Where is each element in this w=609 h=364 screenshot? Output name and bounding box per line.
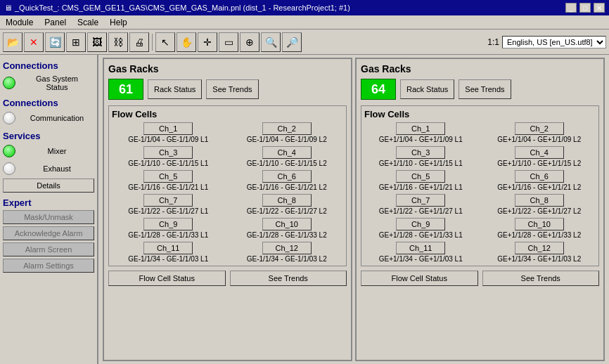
mixer-led [3,145,15,157]
rack-2-number: 64 [361,79,396,100]
rack2-footer-see-trends-button[interactable]: See Trends [482,271,600,286]
rack1-footer-see-trends-button[interactable]: See Trends [230,271,347,286]
rack1-ch6-button[interactable]: Ch_6 [262,170,312,183]
rack-2-status-button[interactable]: Rack Status [400,79,454,99]
rack1-ch5-button[interactable]: Ch_5 [143,170,193,183]
rack-panel-2: Gas Racks 64 Rack Status See Trends Flow… [355,58,605,361]
zoom-level: 1:1 [487,37,499,47]
list-item: Ch_9 GE+1/1/28 - GE+1/1/33 L1 [364,218,477,239]
rack2-ch9-button[interactable]: Ch_9 [396,218,445,230]
rack1-ch4-label: GE-1/1/10 - GE-1/1/15 L2 [247,160,327,167]
grab-button[interactable]: ✋ [177,32,196,52]
rack1-ch11-button[interactable]: Ch_11 [143,242,193,254]
rack2-ch9-label: GE+1/1/28 - GE+1/1/33 L1 [379,231,463,239]
rack2-flow-cell-status-button[interactable]: Flow Cell Status [361,271,478,286]
rack1-ch2-button[interactable]: Ch_2 [262,122,312,135]
rack2-ch1-button[interactable]: Ch_1 [396,122,445,135]
rack1-ch7-button[interactable]: Ch_7 [143,194,193,207]
rack1-ch2-label: GE-1/1/04 - GE-1/1/09 L2 [247,136,327,143]
list-item: Ch_4 GE-1/1/10 - GE-1/1/15 L2 [231,146,344,167]
language-select[interactable]: English, US [en_US.utf8] [502,36,606,48]
add-button[interactable]: ⊕ [240,32,259,52]
rack-1-title: Gas Racks [108,63,347,74]
rack-1-status-button[interactable]: Rack Status [148,79,202,99]
zoom-out-button[interactable]: 🔎 [282,32,302,52]
main-area: Connections Gas SystemStatus Connections… [0,55,609,364]
rack2-ch10-button[interactable]: Ch_10 [515,218,564,230]
list-item: Ch_1 GE+1/1/04 - GE+1/1/09 L1 [364,122,477,143]
rack2-ch3-button[interactable]: Ch_3 [396,146,445,159]
menu-bar: Module Panel Scale Help [0,15,609,30]
rack2-ch2-button[interactable]: Ch_2 [515,122,564,135]
rack1-ch6-label: GE-1/1/16 - GE-1/1/21 L2 [247,183,327,191]
rack1-ch10-button[interactable]: Ch_10 [262,218,312,230]
acknowledge-alarm-button[interactable]: Acknowledge Alarm [3,226,94,240]
rack1-ch8-button[interactable]: Ch_8 [262,194,312,207]
open-button[interactable]: 📂 [3,32,23,52]
rack2-ch4-label: GE+1/1/10 - GE+1/1/15 L2 [497,160,581,167]
menu-scale[interactable]: Scale [75,16,101,29]
rack2-ch12-button[interactable]: Ch_12 [515,242,564,254]
rack-1-see-trends-button[interactable]: See Trends [206,79,258,99]
rack-1-flow-cells: Flow Cells Ch_1 GE-1/1/04 - GE-1/1/09 L1… [108,105,347,266]
expert-title: Expert [3,197,94,208]
rack2-ch4-button[interactable]: Ch_4 [515,146,564,159]
minimize-button[interactable]: _ [565,3,577,13]
print-button[interactable]: 🖨 [129,32,149,52]
rack-1-footer: Flow Cell Status See Trends [108,271,347,286]
exhaust-led [3,162,15,175]
rack2-ch7-label: GE+1/1/22 - GE+1/1/27 L1 [379,207,463,215]
alarm-screen-button[interactable]: Alarm Screen [3,242,94,256]
rack-2-see-trends-button[interactable]: See Trends [459,79,511,99]
rack-2-cells-grid: Ch_1 GE+1/1/04 - GE+1/1/09 L1 Ch_2 GE+1/… [364,122,596,263]
menu-module[interactable]: Module [3,16,36,29]
list-item: Ch_2 GE+1/1/04 - GE+1/1/09 L2 [483,122,596,143]
rack2-ch2-label: GE+1/1/04 - GE+1/1/09 L2 [497,136,581,143]
details-button[interactable]: Details [3,178,94,193]
alarm-settings-button[interactable]: Alarm Settings [3,259,94,273]
list-item: Ch_5 GE-1/1/16 - GE-1/1/21 L1 [112,170,225,191]
rack1-ch8-label: GE-1/1/22 - GE-1/1/27 L2 [247,207,327,215]
menu-help[interactable]: Help [107,16,130,29]
rack2-ch5-button[interactable]: Ch_5 [396,170,445,183]
list-item: Ch_6 GE+1/1/16 - GE+1/1/21 L2 [483,170,596,191]
refresh-button[interactable]: 🔄 [45,32,65,52]
rack2-ch6-button[interactable]: Ch_6 [515,170,564,183]
rack1-ch9-button[interactable]: Ch_9 [143,218,193,230]
list-item: Ch_11 GE-1/1/34 - GE-1/1/03 L1 [112,242,225,263]
rack1-ch12-button[interactable]: Ch_12 [262,242,312,254]
stop-button[interactable]: ✕ [24,32,44,52]
rack1-ch4-button[interactable]: Ch_4 [262,146,312,159]
content-area: Gas Racks 61 Rack Status See Trends Flow… [98,55,609,364]
toolbar: 📂 ✕ 🔄 ⊞ 🖼 ⛓ 🖨 ↖ ✋ ✛ ▭ ⊕ 🔍 🔎 1:1 English,… [0,30,609,55]
rack-1-flow-cells-title: Flow Cells [112,109,343,119]
mask-unmask-button[interactable]: Mask/Unmask [3,210,94,224]
maximize-button[interactable]: □ [579,3,591,13]
rack1-ch7-label: GE-1/1/22 - GE-1/1/27 L1 [128,207,208,215]
rack2-ch11-button[interactable]: Ch_11 [396,242,445,254]
rack2-ch5-label: GE+1/1/16 - GE+1/1/21 L1 [379,183,463,191]
rack1-flow-cell-status-button[interactable]: Flow Cell Status [108,271,226,286]
rack2-ch7-button[interactable]: Ch_7 [396,194,445,207]
toolbar-right: 1:1 English, US [en_US.utf8] [487,36,606,48]
rack1-ch9-label: GE-1/1/28 - GE-1/1/33 L1 [128,231,208,239]
rect-button[interactable]: ▭ [219,32,238,52]
move-button[interactable]: ✛ [198,32,217,52]
cursor-button[interactable]: ↖ [155,32,175,52]
close-button[interactable]: ✕ [594,3,605,13]
zoom-in-button[interactable]: 🔍 [261,32,281,52]
list-item: Ch_5 GE+1/1/16 - GE+1/1/21 L1 [364,170,477,191]
rack1-ch1-button[interactable]: Ch_1 [143,122,193,135]
rack1-ch3-button[interactable]: Ch_3 [143,146,193,159]
connect-button[interactable]: ⛓ [108,32,128,52]
image-button[interactable]: 🖼 [87,32,107,52]
layout-button[interactable]: ⊞ [66,32,86,52]
list-item: Ch_10 GE-1/1/28 - GE-1/1/33 L2 [231,218,344,239]
list-item: Ch_7 GE+1/1/22 - GE+1/1/27 L1 [364,194,477,215]
list-item: Ch_8 GE+1/1/22 - GE+1/1/27 L2 [483,194,596,215]
mixer-item: Mixer [3,143,94,159]
rack-2-footer: Flow Cell Status See Trends [361,271,599,286]
rack2-ch8-button[interactable]: Ch_8 [515,194,564,207]
menu-panel[interactable]: Panel [41,16,69,29]
list-item: Ch_3 GE-1/1/10 - GE-1/1/15 L1 [112,146,225,167]
